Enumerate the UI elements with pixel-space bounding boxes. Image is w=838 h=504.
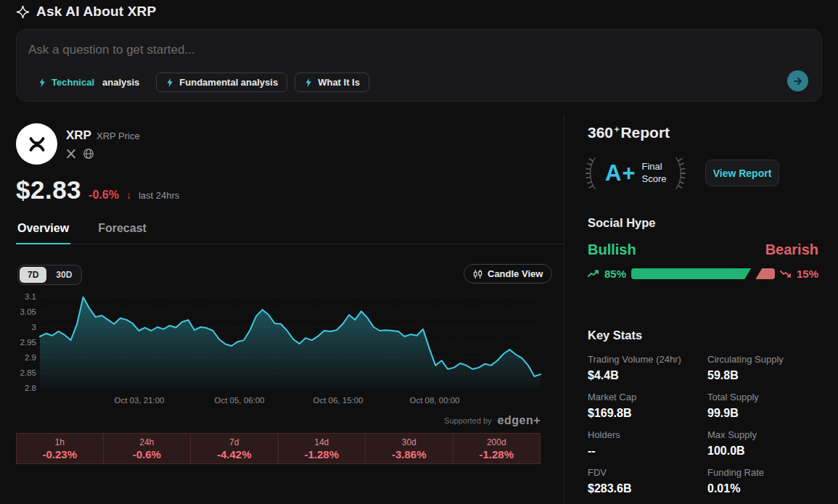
perf-cell-1h: 1h -0.23% xyxy=(16,433,104,464)
chip-label: What It Is xyxy=(318,77,360,88)
spark-bolt-icon xyxy=(38,78,46,87)
stat-market-cap: Market Cap $169.8B xyxy=(588,392,707,420)
sentiment-bar-bullish xyxy=(631,268,751,279)
stat-value: $169.8B xyxy=(588,407,707,420)
stat-fdv: FDV $283.6B xyxy=(588,467,707,495)
y-tick-label: 3 xyxy=(32,323,36,331)
chip-label-accent: Technical xyxy=(52,77,94,88)
stat-circulating-supply: Circulating Supply 59.8B xyxy=(707,354,820,382)
time-range-toggle: 7D 30D xyxy=(17,265,82,285)
candle-view-button[interactable]: Candle View xyxy=(464,264,552,284)
perf-value: -0.23% xyxy=(42,448,77,460)
perf-period: 24h xyxy=(139,437,154,447)
report-sparkle-icon: ✦ xyxy=(614,125,620,133)
x-tick-label: Oct 03, 21:00 xyxy=(114,396,164,405)
bullish-percent: 85% xyxy=(604,268,626,280)
sparkle-icon xyxy=(16,5,30,19)
stat-value: 0.01% xyxy=(707,482,820,495)
section-tabs: Overview Forecast xyxy=(16,219,563,244)
suggestion-chip-row: Technical analysis Fundamental analysis … xyxy=(28,73,369,92)
social-hype-title: Social Hype xyxy=(588,216,656,230)
chip-technical-analysis[interactable]: Technical analysis xyxy=(28,73,149,92)
y-tick-label: 2.9 xyxy=(25,353,36,362)
spark-bolt-icon xyxy=(165,78,174,87)
perf-value: -3.86% xyxy=(392,448,427,460)
final-score-grade: A+ xyxy=(605,160,636,186)
y-tick-label: 2.8 xyxy=(25,384,36,392)
final-score-line1: Final xyxy=(642,161,662,172)
token-header: XRP XRP Price xyxy=(16,123,140,165)
tab-overview[interactable]: Overview xyxy=(16,219,70,244)
perf-value: -4.42% xyxy=(217,448,252,460)
chip-label: Fundamental analysis xyxy=(179,77,278,88)
perf-period: 1h xyxy=(55,437,65,447)
performance-table: 1h -0.23% 24h -0.6% 7d -4.42% 14d -1.28%… xyxy=(16,433,541,464)
stat-value: -- xyxy=(588,445,707,458)
spark-bolt-icon xyxy=(304,78,313,87)
stat-value: 99.9B xyxy=(707,407,820,420)
y-tick-label: 2.95 xyxy=(20,338,36,347)
view-report-button[interactable]: View Report xyxy=(705,160,779,186)
final-score-label: Final Score xyxy=(642,161,667,186)
bearish-label: Bearish xyxy=(765,241,818,258)
price-down-arrow-icon: ↓ xyxy=(126,189,131,201)
token-links xyxy=(66,148,140,160)
tab-forecast[interactable]: Forecast xyxy=(96,219,148,244)
stat-value: $4.4B xyxy=(588,369,707,382)
token-meta: XRP XRP Price xyxy=(66,123,140,165)
x-tick-label: Oct 08, 00:00 xyxy=(409,396,459,405)
y-tick-label: 3.1 xyxy=(25,292,36,301)
perf-period: 7d xyxy=(229,437,239,447)
perf-cell-24h: 24h -0.6% xyxy=(103,433,192,464)
chip-fundamental-analysis[interactable]: Fundamental analysis xyxy=(156,73,287,92)
key-stats-title: Key Stats xyxy=(588,329,642,342)
perf-cell-200d: 200d -1.28% xyxy=(453,433,541,464)
range-30d-button[interactable]: 30D xyxy=(48,267,80,283)
x-twitter-icon[interactable] xyxy=(66,149,76,159)
edgen-logo[interactable]: edgen+ xyxy=(498,414,541,427)
stat-label: Total Supply xyxy=(707,392,820,402)
x-tick-label: Oct 06, 15:00 xyxy=(313,396,363,405)
stat-holders: Holders -- xyxy=(588,429,707,458)
submit-question-button[interactable] xyxy=(787,70,808,91)
perf-period: 30d xyxy=(402,437,416,447)
price-change-24h: -0.6% xyxy=(89,189,119,202)
website-globe-icon[interactable] xyxy=(83,148,94,160)
final-score-line2: Score xyxy=(642,173,667,184)
stat-max-supply: Max Supply 100.0B xyxy=(707,429,820,458)
current-price: $2.83 xyxy=(16,175,81,205)
arrow-right-icon xyxy=(793,76,803,86)
trend-up-icon xyxy=(588,270,599,278)
x-axis-labels: Oct 03, 21:00 Oct 05, 06:00 Oct 06, 15:0… xyxy=(114,396,459,405)
bullish-label: Bullish xyxy=(588,241,636,258)
stat-total-supply: Total Supply 99.9B xyxy=(707,392,820,420)
chip-label: analysis xyxy=(102,77,139,88)
perf-cell-14d: 14d -1.28% xyxy=(278,433,366,464)
stat-label: Trading Volume (24hr) xyxy=(588,354,707,365)
stat-label: FDV xyxy=(588,467,707,478)
chip-what-it-is[interactable]: What It Is xyxy=(295,73,369,92)
range-7d-button[interactable]: 7D xyxy=(20,267,46,283)
perf-period: 200d xyxy=(487,437,506,447)
report-title-word: Report xyxy=(620,124,670,141)
stat-label: Funding Rate xyxy=(707,467,820,478)
ask-ai-header: Ask AI About XRP xyxy=(16,4,156,20)
report-title-num: 360 xyxy=(588,124,613,141)
supported-by: Supported by edgen+ xyxy=(323,414,541,427)
stat-label: Market Cap xyxy=(588,392,707,402)
stat-label: Max Supply xyxy=(707,429,820,440)
price-chart[interactable]: 3.1 3.05 3 2.95 2.9 2.85 2.8 Oct 03, 21:… xyxy=(16,288,553,411)
price-row: $2.83 -0.6% ↓ last 24hrs xyxy=(16,175,179,205)
ask-question-input[interactable] xyxy=(28,40,580,60)
stat-value: 59.8B xyxy=(707,369,820,382)
y-tick-label: 3.05 xyxy=(20,307,36,316)
supported-by-label: Supported by xyxy=(444,416,491,425)
y-tick-label: 2.85 xyxy=(20,368,36,377)
xrp-mark-icon xyxy=(25,132,49,157)
stat-label: Holders xyxy=(588,429,707,440)
final-score-block: A+ Final Score xyxy=(585,151,686,196)
xrp-dashboard: Ask AI About XRP Technical analysis Fund… xyxy=(0,0,838,504)
token-price-label: XRP Price xyxy=(96,131,140,141)
stat-value: $283.6B xyxy=(588,482,707,495)
social-hype-bar-row: 85% 15% xyxy=(588,268,818,280)
